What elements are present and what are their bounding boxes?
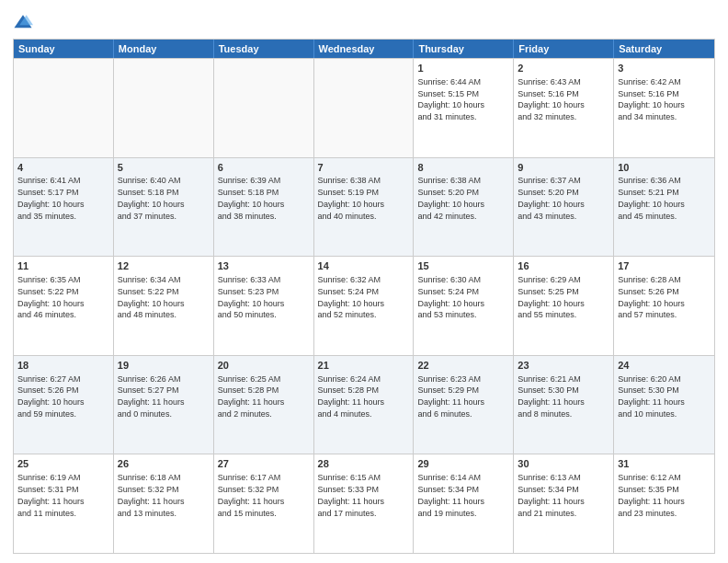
day-info: Sunrise: 6:17 AM Sunset: 5:32 PM Dayligh…	[218, 473, 285, 517]
day-info: Sunrise: 6:44 AM Sunset: 5:15 PM Dayligh…	[417, 77, 484, 121]
calendar-cell: 4Sunrise: 6:41 AM Sunset: 5:17 PM Daylig…	[14, 158, 114, 257]
day-info: Sunrise: 6:40 AM Sunset: 5:18 PM Dayligh…	[118, 176, 185, 220]
calendar-cell: 2Sunrise: 6:43 AM Sunset: 5:16 PM Daylig…	[514, 59, 614, 157]
day-info: Sunrise: 6:37 AM Sunset: 5:20 PM Dayligh…	[518, 176, 585, 220]
day-number: 12	[118, 259, 210, 273]
header-day-monday: Monday	[114, 40, 214, 58]
day-info: Sunrise: 6:36 AM Sunset: 5:21 PM Dayligh…	[618, 176, 685, 220]
day-number: 27	[218, 457, 310, 471]
calendar-cell: 1Sunrise: 6:44 AM Sunset: 5:15 PM Daylig…	[414, 59, 514, 157]
calendar-cell: 25Sunrise: 6:19 AM Sunset: 5:31 PM Dayli…	[14, 454, 114, 553]
day-info: Sunrise: 6:19 AM Sunset: 5:31 PM Dayligh…	[17, 473, 85, 517]
calendar-cell: 17Sunrise: 6:28 AM Sunset: 5:26 PM Dayli…	[614, 257, 714, 355]
day-number: 25	[17, 457, 109, 471]
day-info: Sunrise: 6:25 AM Sunset: 5:28 PM Dayligh…	[218, 374, 285, 419]
calendar-cell: 29Sunrise: 6:14 AM Sunset: 5:34 PM Dayli…	[414, 454, 514, 553]
day-number: 5	[118, 161, 210, 175]
calendar-cell: 21Sunrise: 6:24 AM Sunset: 5:28 PM Dayli…	[314, 356, 415, 454]
day-info: Sunrise: 6:33 AM Sunset: 5:23 PM Dayligh…	[218, 275, 285, 319]
calendar-cell: 3Sunrise: 6:42 AM Sunset: 5:16 PM Daylig…	[614, 59, 714, 157]
calendar-cell: 20Sunrise: 6:25 AM Sunset: 5:28 PM Dayli…	[214, 356, 314, 454]
day-number: 17	[618, 259, 711, 273]
logo	[13, 13, 35, 33]
page: SundayMondayTuesdayWednesdayThursdayFrid…	[0, 0, 728, 563]
calendar-cell: 10Sunrise: 6:36 AM Sunset: 5:21 PM Dayli…	[614, 158, 714, 257]
calendar-row-2: 11Sunrise: 6:35 AM Sunset: 5:22 PM Dayli…	[14, 256, 714, 355]
calendar-cell: 11Sunrise: 6:35 AM Sunset: 5:22 PM Dayli…	[14, 257, 114, 355]
day-number: 1	[417, 62, 509, 75]
day-number: 2	[518, 62, 609, 75]
day-info: Sunrise: 6:34 AM Sunset: 5:22 PM Dayligh…	[118, 275, 185, 319]
day-number: 3	[618, 62, 711, 75]
day-info: Sunrise: 6:14 AM Sunset: 5:34 PM Dayligh…	[417, 473, 484, 517]
header-day-friday: Friday	[514, 40, 614, 58]
day-number: 29	[417, 457, 509, 471]
calendar-cell: 28Sunrise: 6:15 AM Sunset: 5:33 PM Dayli…	[314, 454, 415, 553]
calendar-cell: 5Sunrise: 6:40 AM Sunset: 5:18 PM Daylig…	[114, 158, 214, 257]
calendar-cell: 8Sunrise: 6:38 AM Sunset: 5:20 PM Daylig…	[414, 158, 514, 257]
calendar-cell: 23Sunrise: 6:21 AM Sunset: 5:30 PM Dayli…	[514, 356, 614, 454]
day-info: Sunrise: 6:23 AM Sunset: 5:29 PM Dayligh…	[417, 374, 484, 419]
day-info: Sunrise: 6:38 AM Sunset: 5:19 PM Dayligh…	[318, 176, 385, 220]
day-number: 6	[218, 161, 310, 175]
day-number: 23	[518, 359, 609, 373]
calendar-row-0: 1Sunrise: 6:44 AM Sunset: 5:15 PM Daylig…	[14, 58, 714, 157]
day-number: 28	[318, 457, 410, 471]
calendar-body: 1Sunrise: 6:44 AM Sunset: 5:15 PM Daylig…	[14, 58, 714, 553]
header-day-thursday: Thursday	[414, 40, 514, 58]
day-number: 7	[318, 161, 410, 175]
calendar-cell: 14Sunrise: 6:32 AM Sunset: 5:24 PM Dayli…	[314, 257, 415, 355]
calendar-cell: 15Sunrise: 6:30 AM Sunset: 5:24 PM Dayli…	[414, 257, 514, 355]
day-number: 20	[218, 359, 310, 373]
day-number: 14	[318, 259, 410, 273]
day-info: Sunrise: 6:30 AM Sunset: 5:24 PM Dayligh…	[417, 275, 484, 319]
day-number: 31	[618, 457, 711, 471]
calendar-header: SundayMondayTuesdayWednesdayThursdayFrid…	[14, 40, 714, 58]
day-info: Sunrise: 6:18 AM Sunset: 5:32 PM Dayligh…	[118, 473, 185, 517]
calendar-cell: 19Sunrise: 6:26 AM Sunset: 5:27 PM Dayli…	[114, 356, 214, 454]
day-number: 24	[618, 359, 711, 373]
calendar-cell: 7Sunrise: 6:38 AM Sunset: 5:19 PM Daylig…	[314, 158, 415, 257]
calendar-row-4: 25Sunrise: 6:19 AM Sunset: 5:31 PM Dayli…	[14, 454, 714, 553]
calendar: SundayMondayTuesdayWednesdayThursdayFrid…	[13, 39, 715, 554]
calendar-cell: 13Sunrise: 6:33 AM Sunset: 5:23 PM Dayli…	[214, 257, 314, 355]
day-info: Sunrise: 6:39 AM Sunset: 5:18 PM Dayligh…	[218, 176, 285, 220]
calendar-cell: 16Sunrise: 6:29 AM Sunset: 5:25 PM Dayli…	[514, 257, 614, 355]
header-day-tuesday: Tuesday	[214, 40, 314, 58]
day-info: Sunrise: 6:43 AM Sunset: 5:16 PM Dayligh…	[518, 77, 585, 121]
day-info: Sunrise: 6:13 AM Sunset: 5:34 PM Dayligh…	[518, 473, 585, 517]
calendar-cell: 31Sunrise: 6:12 AM Sunset: 5:35 PM Dayli…	[614, 454, 714, 553]
day-info: Sunrise: 6:35 AM Sunset: 5:22 PM Dayligh…	[17, 275, 85, 319]
day-info: Sunrise: 6:32 AM Sunset: 5:24 PM Dayligh…	[318, 275, 385, 319]
day-info: Sunrise: 6:29 AM Sunset: 5:25 PM Dayligh…	[518, 275, 585, 319]
calendar-cell: 24Sunrise: 6:20 AM Sunset: 5:30 PM Dayli…	[614, 356, 714, 454]
calendar-cell	[214, 59, 314, 157]
day-number: 18	[17, 359, 109, 373]
logo-icon	[13, 13, 33, 33]
day-number: 19	[118, 359, 210, 373]
day-info: Sunrise: 6:15 AM Sunset: 5:33 PM Dayligh…	[318, 473, 385, 517]
day-info: Sunrise: 6:42 AM Sunset: 5:16 PM Dayligh…	[618, 77, 685, 121]
calendar-cell: 12Sunrise: 6:34 AM Sunset: 5:22 PM Dayli…	[114, 257, 214, 355]
header	[13, 9, 715, 33]
day-number: 21	[318, 359, 410, 373]
day-info: Sunrise: 6:27 AM Sunset: 5:26 PM Dayligh…	[17, 374, 85, 419]
day-number: 10	[618, 161, 711, 175]
day-number: 16	[518, 259, 609, 273]
day-number: 22	[417, 359, 509, 373]
calendar-cell: 6Sunrise: 6:39 AM Sunset: 5:18 PM Daylig…	[214, 158, 314, 257]
header-day-wednesday: Wednesday	[314, 40, 415, 58]
calendar-row-1: 4Sunrise: 6:41 AM Sunset: 5:17 PM Daylig…	[14, 157, 714, 257]
day-info: Sunrise: 6:28 AM Sunset: 5:26 PM Dayligh…	[618, 275, 685, 319]
header-day-sunday: Sunday	[14, 40, 114, 58]
calendar-cell: 26Sunrise: 6:18 AM Sunset: 5:32 PM Dayli…	[114, 454, 214, 553]
day-number: 30	[518, 457, 609, 471]
calendar-cell	[314, 59, 415, 157]
calendar-row-3: 18Sunrise: 6:27 AM Sunset: 5:26 PM Dayli…	[14, 355, 714, 454]
calendar-cell	[114, 59, 214, 157]
day-number: 9	[518, 161, 609, 175]
day-number: 13	[218, 259, 310, 273]
day-number: 11	[17, 259, 109, 273]
day-info: Sunrise: 6:38 AM Sunset: 5:20 PM Dayligh…	[417, 176, 484, 220]
day-info: Sunrise: 6:20 AM Sunset: 5:30 PM Dayligh…	[618, 374, 685, 419]
